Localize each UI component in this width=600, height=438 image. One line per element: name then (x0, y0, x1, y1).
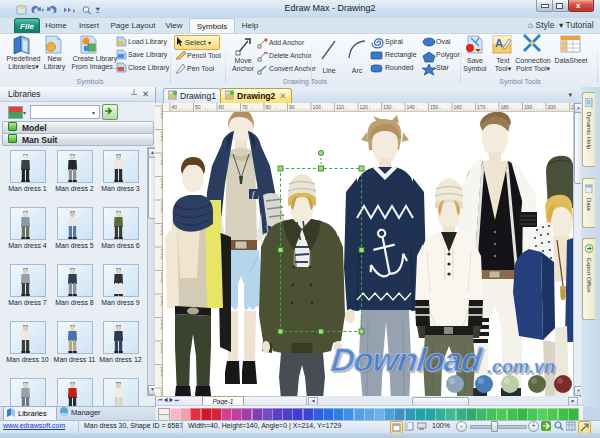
svg-text:70: 70 (242, 104, 248, 110)
svg-text:100: 100 (313, 104, 322, 110)
svg-text:40: 40 (172, 104, 178, 110)
svg-text:130: 130 (383, 104, 392, 110)
svg-text:200: 200 (548, 104, 557, 110)
svg-text:60: 60 (219, 104, 225, 110)
svg-text:90: 90 (289, 104, 295, 110)
svg-text:180: 180 (501, 104, 510, 110)
svg-text:110: 110 (336, 104, 344, 110)
svg-text:150: 150 (430, 104, 439, 110)
svg-text:170: 170 (477, 104, 486, 110)
svg-text:160: 160 (454, 104, 463, 110)
svg-text:80: 80 (266, 104, 272, 110)
svg-text:Download: Download (329, 341, 484, 378)
svg-text:50: 50 (195, 104, 201, 110)
svg-text:120: 120 (360, 104, 369, 110)
svg-text:A: A (495, 37, 503, 49)
svg-text:190: 190 (524, 104, 533, 110)
svg-text:140: 140 (407, 104, 416, 110)
svg-text:.com.vn: .com.vn (487, 357, 555, 377)
